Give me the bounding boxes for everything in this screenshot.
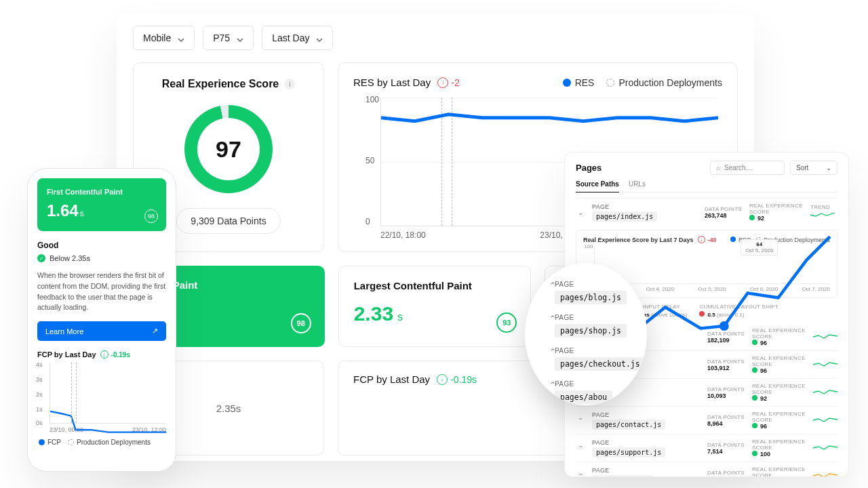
pages-title: Pages: [576, 163, 601, 173]
magnifier-overlay: ⌃PAGEpages/blog.js ⌃PAGEpages/shop.js ⌃P…: [525, 263, 647, 405]
res-score-value: 97: [197, 118, 260, 180]
chevron-up-icon: ⌃: [576, 445, 585, 452]
pages-tabs: Source Paths URLs: [576, 180, 837, 192]
legend-dot-icon: [563, 79, 571, 87]
percentile-select[interactable]: P75: [203, 26, 254, 50]
chevron-up-icon: ⌃: [576, 472, 585, 478]
chevron-up-icon: ⌃: [549, 347, 556, 357]
chevron-up-icon: ⌃: [549, 281, 556, 290]
res-title: Real Experience Score: [162, 78, 279, 90]
chevron-down-icon: ⌄: [826, 164, 831, 171]
search-icon: ⌕: [716, 164, 720, 171]
chart-legend: RES Production Deployments: [563, 77, 722, 88]
check-icon: ✓: [37, 254, 45, 262]
phone-threshold: ✓Below 2.35s: [37, 254, 166, 262]
page-row[interactable]: ⌃ PAGEpages/docs.js DATA POINTS5,084 REA…: [576, 462, 837, 477]
info-icon[interactable]: i: [284, 79, 295, 89]
svg-point-0: [719, 321, 729, 331]
chart-delta: ↓-2: [437, 77, 459, 88]
page-row[interactable]: ⌄ PAGEpages/index.js DATA POINTS263,748 …: [576, 198, 837, 226]
phone-fcp-card[interactable]: First Contentful Paint 1.64s 98: [37, 178, 166, 231]
range-select[interactable]: Last Day: [262, 26, 333, 50]
arrow-down-icon: ↓: [437, 77, 448, 88]
sort-select[interactable]: Sort⌄: [790, 161, 837, 175]
filter-bar: Mobile P75 Last Day: [133, 26, 738, 50]
datapoints-pill: 9,309 Data Points: [176, 208, 280, 234]
learn-more-button[interactable]: Learn More↗: [37, 321, 166, 341]
legend-dashed-icon: [606, 79, 614, 87]
tab-source-paths[interactable]: Source Paths: [576, 180, 619, 192]
device-select[interactable]: Mobile: [133, 26, 195, 50]
external-link-icon: ↗: [152, 327, 158, 336]
phone-badge: 98: [144, 209, 158, 223]
phone-description: When the browser renders the first bit o…: [37, 270, 166, 313]
chart-tooltip: 64Oct 5, 2020: [741, 239, 778, 256]
chart-title: RES by Last Day: [353, 77, 431, 88]
legend-dot-icon: [39, 439, 45, 445]
tab-urls[interactable]: URLs: [629, 180, 646, 188]
phone-plot: [50, 363, 166, 424]
lcp-card[interactable]: Largest Contentful Paint 2.33s 93: [338, 266, 532, 347]
chevron-down-icon: [178, 35, 184, 41]
phone-preview: First Contentful Paint 1.64s 98 Good ✓Be…: [27, 168, 176, 472]
chevron-down-icon: ⌄: [576, 209, 585, 216]
score-ring: 97: [184, 105, 273, 193]
fcp-badge: 98: [291, 313, 311, 333]
page-row[interactable]: ⌃ PAGEpages/support.js DATA POINTS7,514 …: [576, 434, 837, 462]
chevron-down-icon: [237, 35, 243, 41]
phone-chart-title: FCP by Last Day↓-0.19s: [37, 350, 166, 359]
chevron-up-icon: ⌃: [576, 417, 585, 424]
phone-good-label: Good: [37, 241, 166, 250]
chevron-down-icon: [316, 35, 323, 41]
arrow-down-icon: ↓: [698, 236, 705, 243]
chevron-up-icon: ⌃: [549, 380, 556, 390]
arrow-down-icon: ↓: [100, 350, 108, 359]
chevron-up-icon: ⌃: [549, 314, 556, 323]
page-row[interactable]: ⌃ PAGEpages/contact.js DATA POINTS8,964 …: [576, 406, 837, 434]
lcp-badge: 93: [496, 312, 517, 333]
search-input[interactable]: ⌕Search…: [710, 161, 785, 175]
